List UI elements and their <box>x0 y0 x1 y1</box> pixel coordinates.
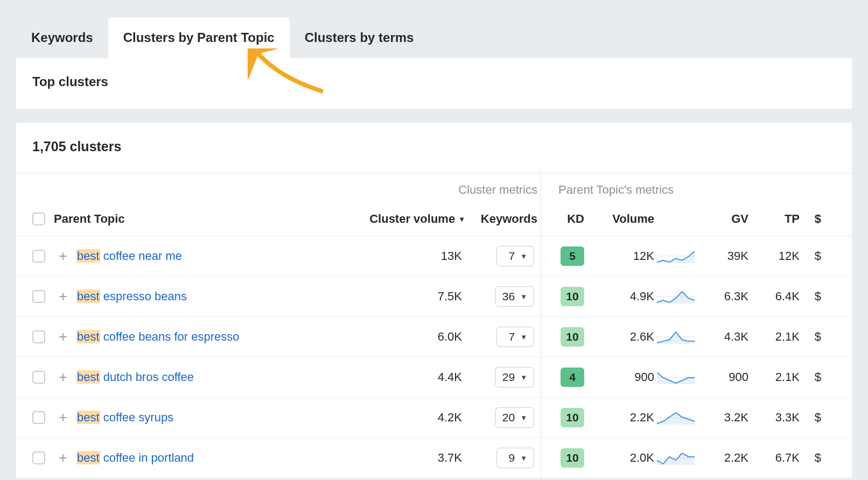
row-checkbox[interactable] <box>32 250 45 263</box>
tp-value: 3.3K <box>748 411 800 425</box>
volume-value: 12K <box>584 249 654 263</box>
expand-icon[interactable]: + <box>59 249 67 264</box>
cluster-volume-value: 4.2K <box>344 411 462 425</box>
cluster-volume-value: 6.0K <box>344 330 462 344</box>
keywords-dropdown[interactable]: 29▼ <box>495 367 534 387</box>
gv-value: 900 <box>697 370 748 384</box>
tp-value: 12K <box>748 249 800 263</box>
tab-keywords[interactable]: Keywords <box>16 17 108 58</box>
expand-icon[interactable]: + <box>59 329 67 344</box>
col-volume[interactable]: Volume <box>584 212 654 226</box>
gv-value: 3.2K <box>697 411 748 425</box>
tp-value: 2.1K <box>748 370 800 384</box>
kd-badge: 10 <box>561 327 584 347</box>
cpc-value: $ <box>800 249 821 263</box>
keywords-dropdown[interactable]: 7▼ <box>496 327 534 347</box>
table-header: Cluster metrics Parent Topic Cluster vol… <box>16 173 852 236</box>
volume-value: 2.6K <box>584 330 654 344</box>
volume-sparkline <box>654 249 697 263</box>
col-keywords[interactable]: Keywords <box>465 212 541 226</box>
parent-topic-link[interactable]: best espresso beans <box>76 290 187 303</box>
gv-value: 6.3K <box>697 290 748 303</box>
group-label-cluster-metrics: Cluster metrics <box>32 183 541 197</box>
volume-value: 4.9K <box>584 290 654 303</box>
parent-topic-link[interactable]: best coffee syrups <box>76 411 173 424</box>
chevron-down-icon: ▼ <box>520 293 527 301</box>
expand-icon[interactable]: + <box>59 370 67 385</box>
row-checkbox[interactable] <box>32 330 45 343</box>
cpc-value: $ <box>800 411 821 425</box>
highlight-term: best <box>76 370 100 384</box>
tp-value: 6.7K <box>748 451 800 465</box>
keywords-count: 7 <box>508 250 515 263</box>
select-all-checkbox[interactable] <box>32 213 45 225</box>
kd-badge: 10 <box>561 287 584 306</box>
row-checkbox[interactable] <box>32 411 45 424</box>
keywords-dropdown[interactable]: 36▼ <box>495 286 534 307</box>
chevron-down-icon: ▼ <box>520 333 527 341</box>
volume-sparkline <box>654 451 697 465</box>
volume-sparkline <box>654 370 697 384</box>
keywords-dropdown[interactable]: 9▼ <box>496 448 534 468</box>
row-checkbox[interactable] <box>32 290 45 303</box>
volume-sparkline <box>654 290 697 303</box>
cpc-value: $ <box>800 290 821 303</box>
keywords-count: 29 <box>502 371 515 384</box>
cluster-volume-value: 3.7K <box>344 451 462 465</box>
row-checkbox[interactable] <box>32 451 45 464</box>
volume-sparkline <box>654 330 697 344</box>
table-row: +best coffee beans for espresso6.0K7▼102… <box>16 317 852 357</box>
gv-value: 2.2K <box>697 451 748 465</box>
keywords-count: 9 <box>508 451 515 464</box>
cpc-value: $ <box>800 451 821 465</box>
chevron-down-icon: ▼ <box>520 414 527 422</box>
tab-clusters-parent-topic[interactable]: Clusters by Parent Topic <box>108 17 290 58</box>
expand-icon[interactable]: + <box>59 410 67 425</box>
kd-badge: 10 <box>561 448 584 468</box>
highlight-term: best <box>76 249 100 263</box>
expand-icon[interactable]: + <box>59 450 67 465</box>
parent-topic-link[interactable]: best coffee in portland <box>76 451 194 464</box>
parent-topic-link[interactable]: best dutch bros coffee <box>76 370 194 384</box>
kd-badge: 5 <box>561 246 584 266</box>
col-tp[interactable]: TP <box>748 212 800 226</box>
section-title: Top clusters <box>32 74 836 89</box>
tabs-bar: Keywords Clusters by Parent Topic Cluste… <box>0 0 868 58</box>
keywords-count: 7 <box>508 330 515 343</box>
col-kd[interactable]: KD <box>541 212 584 226</box>
table-row: +best coffee in portland3.7K9▼102.0K2.2K… <box>16 438 852 478</box>
chevron-down-icon: ▼ <box>520 454 527 462</box>
clusters-table: Cluster metrics Parent Topic Cluster vol… <box>16 173 852 478</box>
tp-value: 6.4K <box>748 290 800 303</box>
volume-value: 900 <box>584 370 654 384</box>
kd-badge: 4 <box>561 368 584 387</box>
highlight-term: best <box>76 330 100 343</box>
table-row: +best coffee syrups4.2K20▼102.2K3.2K3.3K… <box>16 398 852 438</box>
gv-value: 39K <box>697 249 748 263</box>
row-checkbox[interactable] <box>32 371 45 384</box>
table-row: +best dutch bros coffee4.4K29▼49009002.1… <box>16 357 852 398</box>
cluster-volume-value: 7.5K <box>344 290 462 303</box>
keywords-dropdown[interactable]: 7▼ <box>496 246 534 266</box>
col-parent-topic[interactable]: Parent Topic <box>54 212 347 226</box>
expand-icon[interactable]: + <box>59 289 67 304</box>
parent-topic-link[interactable]: best coffee beans for espresso <box>76 330 239 343</box>
col-gv[interactable]: GV <box>697 212 748 226</box>
volume-value: 2.0K <box>584 451 654 465</box>
clusters-count: 1,705 clusters <box>32 139 836 154</box>
table-row: +best coffee near me13K7▼512K39K12K$ <box>16 236 852 277</box>
col-cpc[interactable]: $ <box>800 212 821 226</box>
cpc-value: $ <box>800 330 821 344</box>
keywords-dropdown[interactable]: 20▼ <box>495 407 534 428</box>
kd-badge: 10 <box>561 408 584 427</box>
cpc-value: $ <box>800 370 821 384</box>
gv-value: 4.3K <box>697 330 748 344</box>
panel-gap <box>0 109 868 123</box>
table-body: +best coffee near me13K7▼512K39K12K$+bes… <box>16 236 852 478</box>
tab-clusters-terms[interactable]: Clusters by terms <box>290 17 429 58</box>
parent-topic-link[interactable]: best coffee near me <box>76 249 182 263</box>
col-cluster-volume[interactable]: Cluster volume ▼ <box>347 212 465 226</box>
clusters-count-bar: 1,705 clusters <box>16 123 852 173</box>
top-clusters-panel: Top clusters <box>16 58 852 109</box>
keywords-count: 36 <box>502 290 515 303</box>
